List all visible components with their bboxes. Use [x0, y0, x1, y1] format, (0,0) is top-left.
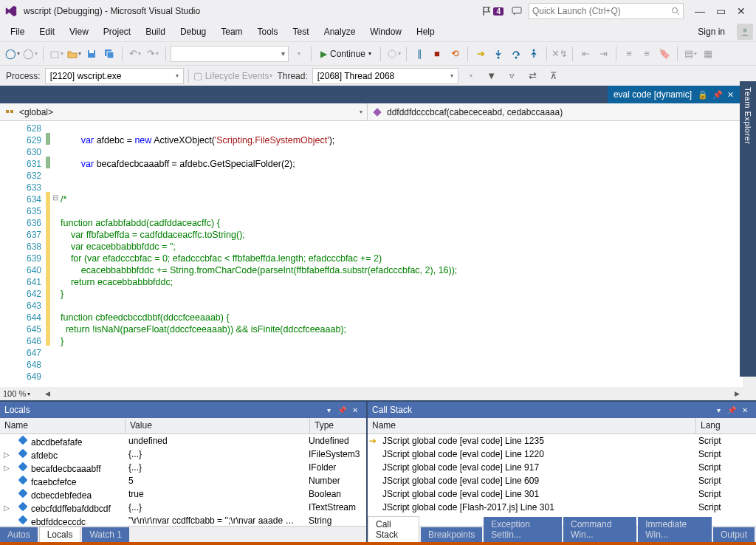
close-tab-icon[interactable]: ✕	[727, 90, 734, 100]
step-into-button[interactable]	[490, 46, 506, 62]
new-project-button[interactable]: ▾	[48, 46, 64, 62]
code-surface[interactable]: var afdebc = new ActiveXObject('Scriptin…	[61, 121, 743, 387]
callstack-row[interactable]: ➔JScript global code [eval code] Line 12…	[368, 434, 756, 448]
menu-view[interactable]: View	[62, 24, 96, 40]
callstack-row[interactable]: JScript global code [Flash-2017.js] Line…	[368, 501, 756, 514]
locals-row[interactable]: abcdbefafafeundefinedUndefined	[0, 434, 366, 448]
redo-button[interactable]: ↷▾	[145, 46, 161, 62]
col-name[interactable]: Name	[0, 418, 126, 433]
stack-frame-up-button[interactable]: ▾	[463, 68, 479, 84]
expand-icon[interactable]: ▷	[0, 464, 13, 472]
tab-breakpoints[interactable]: Breakpoints	[421, 527, 482, 542]
restart-button[interactable]: ⟲	[447, 46, 463, 62]
tab-immediate-window[interactable]: Immediate Win...	[638, 517, 712, 542]
open-file-button[interactable]: ▾	[66, 46, 82, 62]
menu-edit[interactable]: Edit	[32, 24, 62, 40]
comment-button[interactable]: ≡	[621, 46, 637, 62]
close-window-button[interactable]: ✕	[731, 5, 752, 17]
step-over-button[interactable]	[508, 46, 524, 62]
locals-row[interactable]: ▷becafdecbcaaabff{...}IFolder	[0, 461, 366, 474]
hscroll-track[interactable]	[53, 387, 731, 400]
flag-thread-button[interactable]: ▼	[484, 68, 500, 84]
horizontal-scrollbar[interactable]: 100 %▾ ◀ ▶	[0, 387, 756, 400]
show-flagged-button[interactable]: ⇄	[525, 68, 541, 84]
maximize-button[interactable]: ▭	[710, 5, 731, 17]
tab-autos[interactable]: Autos	[0, 527, 38, 542]
locals-row[interactable]: fcaebcfefce5Number	[0, 474, 366, 487]
col-cs-lang[interactable]: Lang	[696, 418, 756, 433]
locals-header[interactable]: Locals ▾ 📌 ✕	[0, 402, 366, 418]
process-combo[interactable]: [2120] wscript.exe▾	[45, 68, 184, 84]
window-list-button[interactable]: ▤▾	[682, 46, 698, 62]
locals-row[interactable]: ▷afdebc{...}IFileSystem3	[0, 448, 366, 461]
locals-row[interactable]: dcbecdebfedeatrueBoolean	[0, 487, 366, 501]
visualizer-icon[interactable]: 🔍▾	[285, 516, 300, 525]
locals-grid[interactable]: abcdbefafafeundefinedUndefined▷afdebc{..…	[0, 434, 366, 526]
menu-window[interactable]: Window	[362, 24, 409, 40]
menu-build[interactable]: Build	[138, 24, 173, 40]
expand-icon[interactable]: ▷	[0, 450, 13, 459]
stop-debug-button[interactable]: ■	[429, 46, 445, 62]
tab-locals[interactable]: Locals	[39, 527, 81, 542]
notifications[interactable]: 4	[481, 6, 504, 16]
save-button[interactable]	[83, 46, 100, 62]
save-all-button[interactable]	[101, 46, 117, 62]
menu-debug[interactable]: Debug	[173, 24, 213, 40]
menu-test[interactable]: Test	[286, 24, 317, 40]
break-all-button[interactable]: ∥	[411, 46, 427, 62]
member-combo[interactable]: ddfddfdcccbcaf(cabececeabd, cedabccaaaa)…	[368, 103, 756, 120]
tab-command-window[interactable]: Command Win...	[563, 517, 636, 542]
callstack-row[interactable]: JScript global code [eval code] Line 122…	[368, 448, 756, 461]
thread-combo[interactable]: [2068] Thread 2068▾	[312, 68, 458, 84]
col-value[interactable]: Value	[126, 418, 310, 433]
freeze-threads-button[interactable]: ⊼	[546, 68, 562, 84]
outlining-margin[interactable]: ⊟	[50, 121, 61, 387]
undo-button[interactable]: ↶▾	[127, 46, 143, 62]
locals-row[interactable]: ▷cebcfddffebafddbcdf{...}ITextStream	[0, 501, 366, 514]
menu-tools[interactable]: Tools	[250, 24, 286, 40]
window-position-icon[interactable]: ▾	[322, 406, 335, 414]
indent-less-button[interactable]: ⇤	[577, 46, 594, 62]
callstack-row[interactable]: JScript global code [eval code] Line 917…	[368, 461, 756, 474]
callstack-row[interactable]: JScript global code [eval code] Line 609…	[368, 474, 756, 487]
lifecycle-events-button[interactable]: ▢ Lifecycle Events▾	[193, 68, 273, 84]
uncomment-button[interactable]: ≡	[639, 46, 655, 62]
close-pane-icon[interactable]: ✕	[348, 406, 362, 414]
document-tab-evalcode[interactable]: eval code [dynamic] 🔒 📌 ✕	[608, 86, 740, 103]
callstack-header[interactable]: Call Stack ▾ 📌 ✕	[368, 402, 756, 418]
quick-launch[interactable]	[529, 3, 684, 19]
pin-icon[interactable]: 📌	[335, 406, 348, 414]
user-avatar-icon[interactable]	[737, 24, 753, 40]
callstack-grid[interactable]: ➔JScript global code [eval code] Line 12…	[368, 434, 756, 526]
zoom-combo[interactable]: 100 %▾	[0, 389, 41, 398]
scope-combo[interactable]: <global> ▾	[0, 103, 368, 120]
bookmark-button[interactable]: 🔖	[656, 46, 673, 62]
pin-icon[interactable]: 📌	[725, 406, 738, 414]
col-type[interactable]: Type	[310, 418, 366, 433]
step-out-button[interactable]	[526, 46, 542, 62]
scroll-left-icon[interactable]: ◀	[41, 390, 53, 397]
continue-button[interactable]: ▶ Continue ▾	[316, 46, 376, 62]
tab-watch1[interactable]: Watch 1	[82, 527, 129, 542]
menu-team[interactable]: Team	[213, 24, 250, 40]
tab-callstack[interactable]: Call Stack	[368, 516, 419, 542]
minimize-button[interactable]: —	[690, 5, 710, 17]
menu-analyze[interactable]: Analyze	[317, 24, 363, 40]
solution-config-combo[interactable]: ▾	[171, 46, 289, 62]
tab-exception-settings[interactable]: Exception Settin...	[484, 517, 562, 542]
window-position-icon[interactable]: ▾	[712, 406, 725, 414]
indent-more-button[interactable]: ⇥	[595, 46, 611, 62]
expand-icon[interactable]: ▷	[0, 504, 13, 512]
quick-launch-input[interactable]	[532, 6, 671, 16]
col-cs-name[interactable]: Name	[368, 418, 696, 433]
live-tree-button[interactable]: ▦	[700, 46, 716, 62]
menu-help[interactable]: Help	[409, 24, 442, 40]
show-threads-button[interactable]: ▿	[504, 68, 520, 84]
sign-in-link[interactable]: Sign in	[690, 24, 732, 40]
callstack-row[interactable]: JScript global code [eval code] Line 301…	[368, 487, 756, 501]
locals-row[interactable]: ebdfddceccdc"\r\n\r\nvar ccdffcbabb = ''…	[0, 514, 366, 526]
menu-file[interactable]: File	[3, 24, 32, 40]
code-editor[interactable]: 6286296306316326336346356366376386396406…	[0, 121, 756, 387]
nav-back-button[interactable]: ◯←▾	[4, 46, 21, 62]
feedback-icon[interactable]	[511, 5, 523, 17]
